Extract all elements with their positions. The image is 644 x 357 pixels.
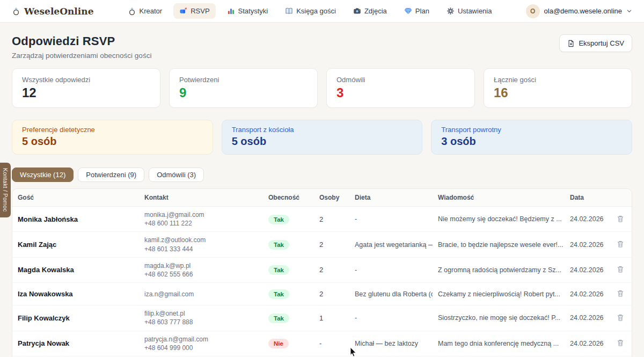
guest-attendance: Tak — [263, 285, 314, 303]
chevron-down-icon — [626, 8, 632, 14]
delete-guest-button[interactable] — [616, 312, 625, 323]
attendance-badge: Tak — [268, 289, 289, 299]
brand[interactable]: WeseleOnline — [12, 6, 93, 17]
download-file-icon — [567, 40, 575, 47]
column-header-dieta: Dieta — [349, 189, 433, 206]
guest-date: 24.02.2026 — [565, 263, 610, 278]
guest-contact: filip.k@onet.pl+48 603 777 888 — [139, 305, 263, 330]
stat-value: 16 — [494, 85, 622, 100]
nav-item-plan[interactable]: Plan — [398, 3, 435, 19]
highlight-value: 5 osób — [232, 135, 413, 148]
guest-persons: 1 — [314, 310, 349, 326]
highlight-label: Transport z kościoła — [232, 126, 413, 134]
export-csv-label: Eksportuj CSV — [579, 39, 624, 47]
filter-odmówili-3[interactable]: Odmówili (3) — [149, 167, 204, 182]
page-header: Odpowiedzi RSVP Zarządzaj potwierdzeniam… — [0, 23, 644, 60]
column-header-gość: Gość — [12, 189, 139, 206]
page-title: Odpowiedzi RSVP — [12, 34, 151, 48]
stat-label: Potwierdzeni — [179, 76, 308, 84]
guest-attendance: Tak — [263, 261, 314, 279]
filter-tabs: Wszystkie (12)Potwierdzeni (9)Odmówili (… — [12, 167, 632, 182]
ring-icon — [128, 7, 136, 16]
row-actions — [610, 210, 632, 229]
guest-contact: iza.n@gmail.com — [139, 286, 263, 302]
avatar: O — [526, 4, 540, 18]
attendance-badge: Tak — [268, 265, 289, 275]
table-row: Magda Kowalskamagda.k@wp.pl+48 602 555 6… — [12, 258, 632, 283]
table-body: Monika Jabłońskamonika.j@gmail.com+48 60… — [12, 207, 632, 357]
gem-icon — [404, 7, 412, 15]
guest-attendance: Nie — [263, 334, 314, 352]
camera-icon — [353, 7, 361, 15]
nav-item-rsvp[interactable]: RSVP — [173, 3, 215, 19]
delete-guest-button[interactable] — [616, 338, 625, 348]
guest-message: Siostrzyczko, nie mogę się doczekać! P..… — [433, 310, 565, 325]
column-header-actions — [610, 193, 632, 202]
guest-diet: - — [349, 212, 433, 227]
nav-item-kreator[interactable]: Kreator — [122, 3, 169, 19]
nav-item-zdjęcia[interactable]: Zdjęcia — [347, 3, 393, 19]
guest-diet: Bez glutenu dla Roberta (cel... — [349, 287, 433, 302]
stat-card-łącznie-gości: Łącznie gości16 — [484, 68, 632, 108]
nav-item-label: Plan — [415, 7, 429, 15]
delete-guest-button[interactable] — [616, 264, 625, 274]
nav-item-label: Księga gości — [296, 7, 336, 15]
main-nav: KreatorRSVPStatystykiKsięga gościZdjęcia… — [93, 3, 525, 19]
guest-contact: patrycja.n@gmail.com+48 604 999 000 — [139, 331, 263, 356]
nav-item-ustawienia[interactable]: Ustawienia — [441, 3, 498, 19]
guest-contact: monika.j@gmail.com+48 600 111 222 — [139, 207, 263, 231]
guest-name: Filip Kowalczyk — [12, 310, 139, 326]
table-row: Iza Nowakowskaiza.n@gmail.comTak2Bez glu… — [12, 283, 632, 305]
nav-item-księga-gości[interactable]: Księga gości — [279, 3, 342, 19]
guest-message: Bracie, to będzie najlepsze wesele ever!… — [433, 237, 565, 252]
guest-persons: - — [314, 336, 349, 351]
trash-icon — [617, 265, 624, 273]
guest-contact: kamil.z@outlook.com+48 601 333 444 — [139, 232, 263, 257]
highlight-cards-row: Preferencje dietetyczne5 osóbTransport z… — [12, 120, 632, 155]
row-actions — [610, 235, 632, 254]
stat-label: Łącznie gości — [494, 76, 622, 84]
guest-date: 24.02.2026 — [565, 237, 610, 252]
guest-attendance: Tak — [263, 210, 314, 228]
delete-guest-button[interactable] — [616, 214, 625, 224]
nav-item-statystyki[interactable]: Statystyki — [221, 3, 274, 19]
stat-card-potwierdzeni: Potwierdzeni9 — [169, 68, 318, 108]
guest-attendance: Tak — [263, 309, 314, 327]
guest-persons: 2 — [314, 262, 349, 278]
guest-diet: Agata jest wegetarianką — a... — [349, 237, 433, 252]
user-menu[interactable]: O ola@demo.wesele.online — [526, 4, 632, 18]
export-csv-button[interactable]: Eksportuj CSV — [559, 34, 632, 52]
attendance-badge: Tak — [268, 314, 289, 323]
guest-name: Monika Jabłońska — [12, 212, 139, 227]
attendance-badge: Tak — [268, 215, 289, 224]
stat-label: Wszystkie odpowiedzi — [22, 76, 150, 84]
delete-guest-button[interactable] — [616, 288, 625, 298]
contact-help-tab[interactable]: Kontakt / Pomoc — [0, 163, 11, 217]
guest-persons: 2 — [314, 237, 349, 252]
filter-potwierdzeni-9[interactable]: Potwierdzeni (9) — [78, 167, 144, 182]
row-actions — [610, 260, 632, 279]
guest-message: Nie możemy się doczekać! Będziemy z ... — [433, 212, 565, 227]
column-header-data: Data — [565, 189, 610, 206]
user-email: ola@demo.wesele.online — [544, 7, 622, 15]
row-actions — [610, 334, 632, 353]
trash-icon — [617, 339, 624, 347]
highlight-value: 5 osób — [22, 135, 203, 148]
nav-item-label: Ustawienia — [458, 7, 492, 15]
nav-item-label: Kreator — [140, 7, 163, 15]
row-actions — [610, 285, 632, 303]
top-nav: WeseleOnline KreatorRSVPStatystykiKsięga… — [0, 0, 644, 23]
bar-chart-icon — [227, 7, 235, 15]
table-row: Kamil Zająckamil.z@outlook.com+48 601 33… — [12, 232, 632, 257]
filter-wszystkie-12[interactable]: Wszystkie (12) — [12, 167, 74, 182]
trash-icon — [617, 289, 624, 297]
trash-icon — [617, 215, 624, 223]
column-header-wiadomość: Wiadomość — [433, 189, 565, 206]
guest-date: 24.02.2026 — [565, 336, 610, 351]
row-actions — [610, 309, 632, 327]
trash-icon — [617, 240, 624, 248]
mailbox-icon — [179, 7, 187, 15]
brand-name: WeseleOnline — [24, 6, 93, 17]
delete-guest-button[interactable] — [616, 239, 625, 249]
guest-name: Iza Nowakowska — [12, 286, 139, 302]
